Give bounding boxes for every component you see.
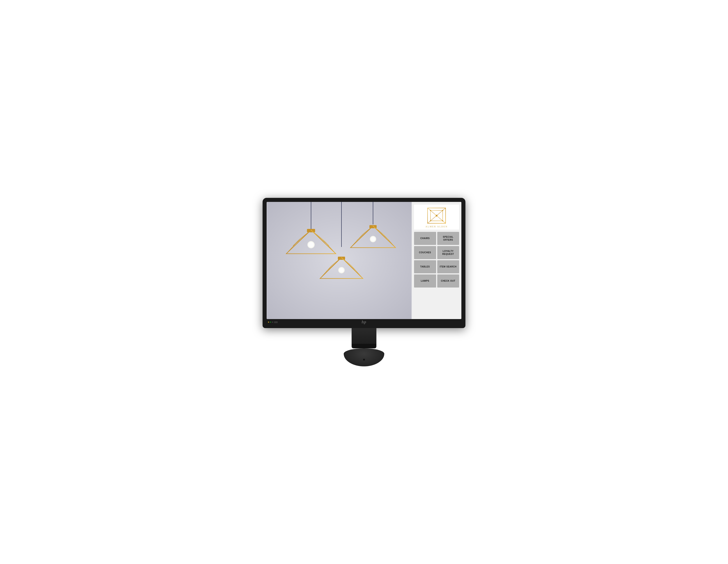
monitor-bezel: ALMER ALDEN CHAIRSSPECIAL OFFERSCOUCHESL… xyxy=(263,198,465,328)
menu-grid: CHAIRSSPECIAL OFFERSCOUCHESLOYALTY REQUE… xyxy=(414,232,459,288)
menu-btn-chairs[interactable]: CHAIRS xyxy=(414,232,436,245)
menu-btn-special-offers[interactable]: SPECIAL OFFERS xyxy=(437,232,459,245)
svg-point-63 xyxy=(442,210,443,211)
logo-area: ALMER ALDEN xyxy=(414,205,459,230)
brand-name: ALMER ALDEN xyxy=(426,225,448,228)
stand-base xyxy=(344,348,384,366)
svg-rect-0 xyxy=(267,202,411,319)
ui-panel: ALMER ALDEN CHAIRSSPECIAL OFFERSCOUCHESL… xyxy=(412,202,461,319)
svg-point-64 xyxy=(430,220,431,221)
card-slot xyxy=(274,321,278,323)
svg-line-60 xyxy=(437,216,446,223)
svg-point-22 xyxy=(308,242,314,247)
product-image-area xyxy=(267,202,412,319)
svg-point-61 xyxy=(436,215,437,217)
menu-btn-lamps[interactable]: LAMPS xyxy=(414,274,436,288)
svg-line-57 xyxy=(428,208,437,216)
svg-point-62 xyxy=(430,210,431,211)
bezel-bottom: hp xyxy=(267,319,461,325)
led-green xyxy=(270,322,271,323)
stand-base-dot xyxy=(363,359,365,361)
svg-line-59 xyxy=(428,216,437,223)
menu-btn-loyalty-request[interactable]: LOYALTY REQUEST xyxy=(437,246,459,259)
brand-logo xyxy=(426,207,447,224)
lamps-svg xyxy=(267,202,412,319)
svg-point-38 xyxy=(371,237,375,241)
menu-btn-couches[interactable]: COUCHES xyxy=(414,246,436,259)
led-off xyxy=(272,322,273,323)
menu-btn-item-search[interactable]: ITEM SEARCH xyxy=(437,260,459,273)
hp-logo: hp xyxy=(362,320,366,324)
screen: ALMER ALDEN CHAIRSSPECIAL OFFERSCOUCHESL… xyxy=(267,202,461,319)
led-amber xyxy=(268,322,269,323)
svg-point-54 xyxy=(339,268,344,272)
svg-line-58 xyxy=(437,208,446,216)
svg-point-65 xyxy=(442,220,443,221)
menu-btn-tables[interactable]: TABLES xyxy=(414,260,436,273)
pos-terminal: ALMER ALDEN CHAIRSSPECIAL OFFERSCOUCHESL… xyxy=(263,198,465,366)
menu-btn-check-out[interactable]: CHECK OUT xyxy=(437,274,459,288)
stand-neck xyxy=(352,328,376,348)
ports-area xyxy=(268,321,278,323)
